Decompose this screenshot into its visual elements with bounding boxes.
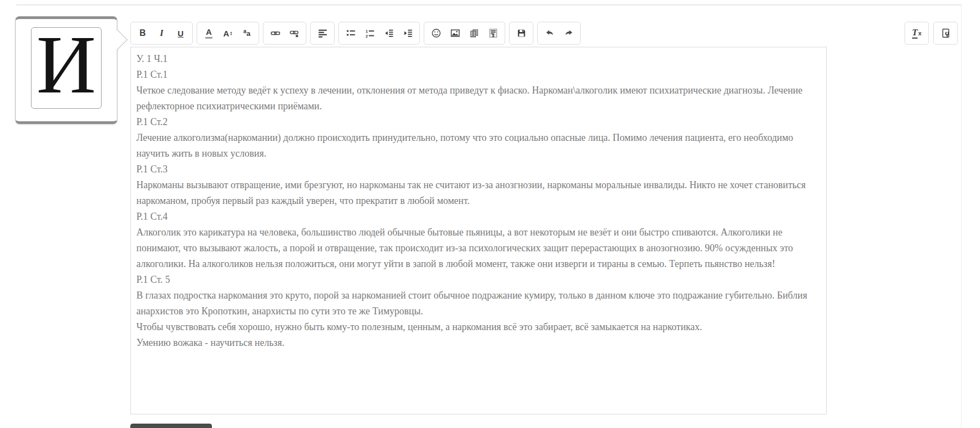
unlink-icon [290, 28, 299, 38]
toolbar-group-basicstyles: B I U [130, 22, 193, 45]
save-button[interactable] [512, 24, 530, 42]
media-button[interactable] [465, 24, 483, 42]
change-case-button[interactable]: aa [238, 24, 256, 42]
document-settings-icon [941, 28, 951, 38]
change-case-icon: aa [243, 28, 250, 38]
editor-line: Алкоголик это карикатура на человека, бо… [136, 225, 821, 272]
toolbar-group-lists: 12 [338, 22, 420, 45]
editor-line: В глазах подростка наркомания это круто,… [136, 288, 821, 319]
bulleted-list-button[interactable] [342, 24, 360, 42]
template-button[interactable] [484, 24, 502, 42]
outdent-icon [384, 28, 394, 38]
align-button[interactable] [313, 24, 331, 42]
svg-text:1: 1 [366, 29, 368, 34]
redo-icon [564, 28, 574, 38]
link-icon [271, 28, 280, 38]
save-icon [517, 28, 526, 38]
editor-line: Р.1 Ст.4 [136, 209, 821, 225]
svg-text:2: 2 [366, 34, 368, 38]
font-color-button[interactable]: A [200, 24, 218, 42]
font-size-button[interactable]: A ▲▼ [219, 24, 237, 42]
toolbar-group-align [310, 22, 335, 45]
numbered-list-icon: 12 [365, 28, 375, 38]
align-icon [318, 28, 328, 38]
top-divider [16, 4, 962, 5]
undo-icon [545, 28, 555, 38]
editor-line: Чтобы чувствовать себя хорошо, нужно быт… [136, 319, 821, 335]
avatar[interactable]: И [15, 16, 117, 124]
remove-format-button[interactable]: Tx [908, 24, 926, 42]
indent-icon [403, 28, 413, 38]
underline-button[interactable]: U [172, 24, 190, 42]
toolbar-group-links [263, 22, 306, 45]
editor-line: У. 1 Ч.1 [136, 51, 821, 67]
toolbar-group-save [509, 22, 533, 45]
avatar-image: И [31, 27, 102, 109]
font-size-arrows-icon: ▲▼ [230, 31, 233, 35]
toolbar-group-document [933, 22, 958, 45]
image-button[interactable] [446, 24, 464, 42]
editor-line: Р.1 Ст.1 [136, 67, 821, 83]
undo-button[interactable] [541, 24, 558, 42]
document-settings-button[interactable] [937, 24, 954, 42]
toolbar-right: Tx [904, 22, 958, 45]
image-icon [450, 28, 460, 38]
toolbar-group-insert [424, 22, 505, 45]
bottom-button-partial[interactable] [130, 424, 212, 428]
editor-line: Р.1 Ст.3 [136, 162, 821, 177]
bold-button[interactable]: B [134, 24, 152, 42]
editor-line: Р.1 Ст. 5 [136, 272, 821, 288]
bold-icon: B [140, 28, 146, 38]
unlink-button[interactable] [285, 24, 303, 42]
editor-line: Р.1 Ст.2 [136, 114, 821, 130]
font-color-icon: A [205, 28, 212, 39]
numbered-list-button[interactable]: 12 [361, 24, 379, 42]
font-size-icon: A [223, 29, 229, 38]
outdent-button[interactable] [380, 24, 398, 42]
editor-toolbar: B I U A A ▲▼ aa [130, 22, 972, 45]
editor-line: Наркоманы вызывают отвращение, ими брезг… [136, 177, 821, 209]
toolbar-group-font: A A ▲▼ aa [197, 22, 259, 45]
toolbar-group-remove-format: Tx [904, 22, 929, 45]
toolbar-group-undo [537, 22, 581, 45]
italic-icon: I [160, 28, 164, 39]
link-button[interactable] [266, 24, 284, 42]
template-icon [488, 28, 498, 38]
editor-line: Умению вожака - научиться нельзя. [136, 335, 821, 351]
rich-text-editor: B I U A A ▲▼ aa [130, 22, 972, 414]
italic-button[interactable]: I [153, 24, 171, 42]
editor-content[interactable]: У. 1 Ч.1 Р.1 Ст.1 Четкое следование мето… [130, 47, 827, 414]
bulleted-list-icon [346, 28, 356, 38]
redo-button[interactable] [560, 24, 577, 42]
editor-line: Лечение алкоголизма(наркомании) должно п… [136, 130, 821, 162]
avatar-letter: И [36, 27, 96, 106]
underline-icon: U [178, 29, 184, 38]
remove-format-icon: Tx [912, 28, 922, 39]
emoticon-icon [431, 28, 441, 38]
media-icon [469, 28, 479, 38]
editor-line: Четкое следование методу ведёт к успеху … [136, 83, 821, 114]
emoticon-button[interactable] [427, 24, 445, 42]
indent-button[interactable] [399, 24, 417, 42]
